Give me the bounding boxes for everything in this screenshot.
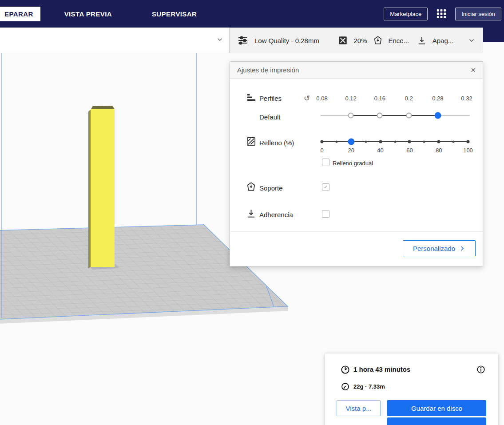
infill-tick [379,140,382,143]
quality-tick-label: 0.12 [345,95,357,102]
quality-tick-label: 0.16 [374,95,385,102]
panel-header: Ajustes de impresión × [230,62,483,79]
print-settings-summary[interactable]: Low Quality - 0.28mm 20% Ence... Apag... [230,28,483,53]
infill-tick [365,141,367,143]
reset-profile-icon[interactable]: ↺ [304,94,310,103]
tab-supervisar[interactable]: SUPERVISAR [141,7,207,21]
custom-settings-label: Personalizado [413,245,455,252]
infill-tick [408,140,411,143]
quality-stop-012[interactable] [348,112,354,118]
infill-label: Relleno (%) [259,139,294,147]
material-usage: 22g · 7.33m [353,383,385,390]
clock-icon [340,365,350,375]
infill-tick [467,140,470,143]
tab-preparar[interactable]: EPARAR [0,7,40,21]
infill-tick-label: 80 [436,147,442,154]
infill-tick [423,141,425,143]
printer-selector-bar[interactable] [0,28,230,53]
marketplace-button[interactable]: Marketplace [384,8,428,20]
info-icon[interactable] [476,365,486,374]
tab-vista-previa[interactable]: VISTA PREVIA [54,7,123,21]
grid-apps-icon [436,8,447,20]
gradual-infill-label: Relleno gradual [333,160,373,167]
quality-tick-label: 0.2 [405,95,413,102]
infill-tick-label: 0 [320,147,323,154]
support-icon [373,36,383,45]
quality-tick-label: 0.28 [432,95,443,102]
quality-stop-016[interactable] [377,112,383,118]
infill-tick-label: 60 [406,147,413,154]
sliders-icon [237,35,249,46]
save-to-disk-button[interactable]: Guardar en disco [387,400,486,416]
panel-divider [230,231,483,232]
save-options-strip[interactable] [387,417,486,425]
profile-name: Default [259,113,281,121]
gradual-infill-checkbox[interactable] [322,159,329,166]
infill-tick [437,140,441,143]
chevron-down-icon[interactable] [468,36,476,44]
header-corner [483,28,504,42]
support-checkbox[interactable] [322,183,329,191]
chevron-down-icon[interactable] [216,36,224,44]
quality-stop-020[interactable] [406,112,412,118]
quality-tick-label: 0.08 [316,95,327,102]
infill-tick-labels: 0 20 40 60 80 100 [322,147,468,154]
infill-tick [335,141,337,143]
adhesion-icon [246,208,256,218]
quality-slider[interactable] [322,111,467,119]
infill-tick-label: 20 [348,147,354,154]
print-time: 1 hora 43 minutos [353,365,410,373]
summary-profile: Low Quality - 0.28mm [254,37,332,44]
preview-button[interactable]: Vista p... [337,400,381,416]
stage-tabs: EPARAR VISTA PREVIA SUPERVISAR [0,0,207,28]
sign-in-button[interactable]: Iniciar sesión [455,8,501,20]
support-icon [246,182,256,192]
infill-slider[interactable] [322,137,468,146]
support-label: Soporte [259,184,283,192]
material-spool-icon [341,382,350,391]
quality-stop-028-selected[interactable] [434,112,441,119]
infill-icon [246,136,256,147]
adhesion-label: Adherencia [259,211,293,218]
infill-tick [394,141,396,143]
apps-menu-button[interactable] [434,7,448,20]
summary-adhesion: Apag... [433,37,456,44]
infill-tick-label: 40 [377,147,383,154]
top-bar: EPARAR VISTA PREVIA SUPERVISAR Marketpla… [0,0,504,28]
print-job-card: 1 hora 43 minutos 22g · 7.33m Vista p...… [325,354,498,425]
custom-settings-button[interactable]: Personalizado [403,240,476,256]
layer-height-icon [246,92,257,103]
chevron-right-icon [459,245,465,252]
quality-tick-label: 0.32 [461,95,472,102]
infill-tick [452,141,455,143]
summary-support: Ence... [389,37,411,44]
infill-tick [321,140,324,143]
infill-tick-label: 100 [463,147,473,154]
profiles-label: Perfiles [259,95,282,102]
print-settings-panel: Ajustes de impresión × Perfiles ↺ 0.08 0… [230,61,483,266]
infill-slider-handle[interactable] [348,139,354,145]
panel-title: Ajustes de impresión [237,66,299,74]
infill-icon [338,36,348,45]
close-icon[interactable]: × [471,66,476,74]
summary-infill: 20% [353,37,367,44]
adhesion-checkbox[interactable] [322,210,329,218]
adhesion-icon [417,36,427,45]
quality-tick-labels: 0.08 0.12 0.16 0.2 0.28 0.32 [322,95,467,102]
model-3d[interactable] [88,106,119,270]
